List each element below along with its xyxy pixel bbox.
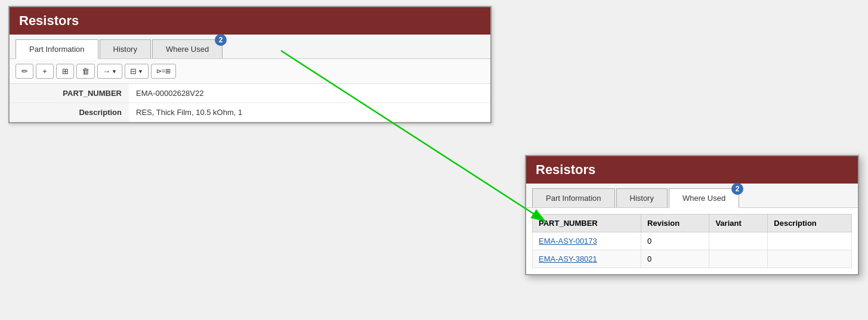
part-info-table: PART_NUMBER EMA-00002628V22 Description … — [10, 84, 490, 122]
tab-where-used-secondary[interactable]: Where Used 2 — [669, 188, 739, 208]
add-button[interactable]: + — [36, 64, 54, 79]
tab-history-main-label: History — [113, 45, 137, 54]
revision-2: 0 — [641, 250, 709, 268]
tab-history-secondary-label: History — [630, 194, 654, 203]
compare-button[interactable]: ⊳=⊞ — [151, 64, 176, 79]
main-panel-title: Resistors — [10, 7, 490, 35]
main-panel: Resistors Part Information History Where… — [8, 6, 492, 123]
tab-history-secondary[interactable]: History — [616, 188, 668, 207]
main-tabs-row: Part Information History Where Used 2 — [10, 35, 490, 59]
where-used-header-row: PART_NUMBER Revision Variant Description — [533, 215, 852, 232]
tab-part-information-secondary-label: Part Information — [546, 194, 601, 203]
description-label: Description — [10, 103, 129, 122]
col-variant: Variant — [709, 215, 768, 232]
part-number-row: PART_NUMBER EMA-00002628V22 — [10, 84, 490, 103]
table-row: EMA-ASY-00173 0 — [533, 232, 852, 250]
archive-dropdown-arrow: ▼ — [138, 69, 143, 74]
archive-button[interactable]: ⊟ ▼ — [125, 64, 149, 79]
tab-part-information-secondary[interactable]: Part Information — [532, 188, 615, 207]
part-link-1[interactable]: EMA-ASY-00173 — [533, 232, 641, 250]
description-1 — [768, 232, 852, 250]
secondary-tabs-row: Part Information History Where Used 2 — [526, 184, 858, 208]
description-2 — [768, 250, 852, 268]
col-revision: Revision — [641, 215, 709, 232]
col-description: Description — [768, 215, 852, 232]
where-used-badge-secondary: 2 — [731, 183, 743, 195]
edit-button[interactable]: ✏ — [16, 64, 33, 79]
table-row: EMA-ASY-38021 0 — [533, 250, 852, 268]
toolbar: ✏ + ⊞ 🗑 → ▼ ⊟ ▼ ⊳=⊞ — [10, 59, 490, 84]
delete-button[interactable]: 🗑 — [76, 64, 95, 79]
description-value: RES, Thick Film, 10.5 kOhm, 1 — [129, 103, 490, 122]
part-number-label: PART_NUMBER — [10, 84, 129, 103]
part-link-2[interactable]: EMA-ASY-38021 — [533, 250, 641, 268]
tab-where-used-main-label: Where Used — [166, 45, 209, 54]
tab-where-used-main[interactable]: Where Used 2 — [152, 39, 223, 58]
variant-1 — [709, 232, 768, 250]
move-dropdown-arrow: ▼ — [112, 69, 117, 74]
tab-part-information-main-label: Part Information — [29, 45, 85, 54]
copy-button[interactable]: ⊞ — [56, 64, 74, 79]
part-number-value: EMA-00002628V22 — [129, 84, 490, 103]
move-button[interactable]: → ▼ — [97, 64, 122, 79]
where-used-table: PART_NUMBER Revision Variant Description… — [532, 214, 852, 268]
tab-where-used-secondary-label: Where Used — [682, 194, 725, 203]
where-used-table-container: PART_NUMBER Revision Variant Description… — [526, 208, 858, 274]
tab-part-information-main[interactable]: Part Information — [16, 39, 98, 59]
col-part-number: PART_NUMBER — [533, 215, 641, 232]
secondary-panel-title: Resistors — [526, 156, 858, 184]
secondary-panel: Resistors Part Information History Where… — [525, 155, 859, 275]
description-row: Description RES, Thick Film, 10.5 kOhm, … — [10, 103, 490, 122]
variant-2 — [709, 250, 768, 268]
tab-history-main[interactable]: History — [100, 39, 151, 58]
where-used-badge-main: 2 — [215, 34, 227, 46]
revision-1: 0 — [641, 232, 709, 250]
